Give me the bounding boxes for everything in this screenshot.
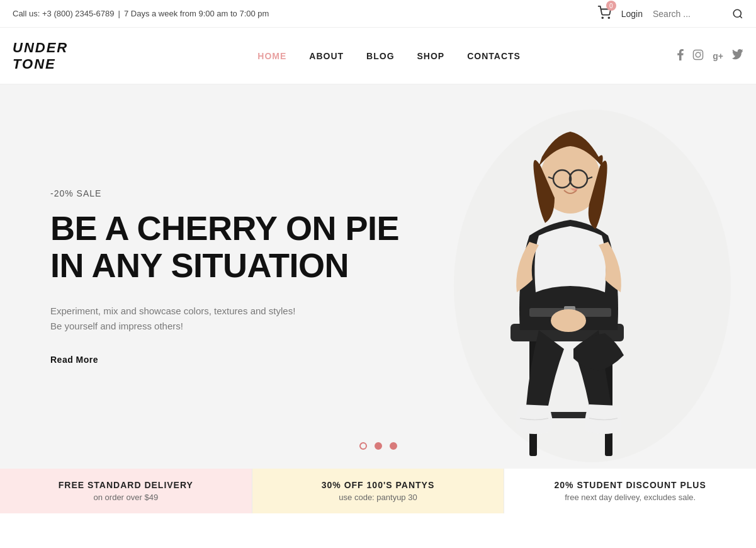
navbar: UNDERTONE HOME ABOUT BLOG SHOP CONTACTS (0, 28, 756, 84)
hero-sale-tag: -20% SALE (50, 188, 399, 198)
promo-subtitle-2: use code: pantyup 30 (265, 493, 492, 502)
nav-link-about[interactable]: ABOUT (309, 51, 344, 61)
svg-point-5 (696, 52, 701, 57)
svg-point-20 (551, 309, 586, 332)
svg-point-2 (733, 9, 741, 17)
hero-description: Experiment, mix and showcase colors, tex… (50, 303, 399, 333)
promo-subtitle-3: free next day delivey, excludes sale. (517, 493, 743, 502)
nav-links: HOME ABOUT BLOG SHOP CONTACTS (101, 50, 677, 62)
logo[interactable]: UNDERTONE (13, 40, 76, 72)
top-bar: Call us: +3 (800) 2345-6789 | 7 Days a w… (0, 0, 756, 28)
top-bar-contact: Call us: +3 (800) 2345-6789 | 7 Days a w… (13, 9, 269, 18)
nav-item-home[interactable]: HOME (257, 50, 286, 62)
instagram-icon[interactable] (692, 49, 704, 63)
dot-3[interactable] (390, 442, 397, 450)
read-more-link[interactable]: Read More (50, 354, 98, 364)
nav-link-home[interactable]: HOME (257, 51, 286, 61)
promo-subtitle-1: on order over $49 (13, 493, 239, 502)
search-icon[interactable] (732, 8, 743, 20)
promo-title-3: 20% STUDENT DISCOUNT PLUS (517, 480, 743, 490)
search-input[interactable] (653, 9, 728, 19)
twitter-icon[interactable] (732, 49, 743, 63)
promo-bar-1[interactable]: FREE STANDARD DELIVERY on order over $49 (0, 469, 252, 513)
hero-section: -20% SALE BE A CHERRY ON PIE IN ANY SITU… (0, 84, 756, 469)
promo-title-1: FREE STANDARD DELIVERY (13, 480, 239, 490)
nav-item-shop[interactable]: SHOP (417, 50, 445, 62)
login-link[interactable]: Login (621, 9, 643, 19)
promo-bars: FREE STANDARD DELIVERY on order over $49… (0, 469, 756, 513)
svg-point-6 (701, 52, 702, 53)
social-icons: g+ (677, 49, 743, 63)
separator: | (118, 9, 120, 18)
search-wrapper (653, 8, 743, 20)
svg-point-0 (602, 17, 603, 18)
nav-link-contacts[interactable]: CONTACTS (467, 51, 521, 61)
nav-item-about[interactable]: ABOUT (309, 50, 344, 62)
googleplus-icon[interactable]: g+ (713, 51, 723, 61)
cart-badge: 0 (606, 1, 616, 11)
svg-point-1 (608, 17, 609, 18)
hours-text: 7 Days a week from 9:00 am to 7:00 pm (124, 9, 269, 18)
hero-person-svg (403, 97, 731, 469)
hero-title: BE A CHERRY ON PIE IN ANY SITUATION (50, 210, 399, 285)
dot-1[interactable] (359, 442, 367, 450)
promo-bar-3[interactable]: 20% STUDENT DISCOUNT PLUS free next day … (504, 469, 756, 513)
nav-link-shop[interactable]: SHOP (417, 51, 445, 61)
top-bar-actions: 0 Login (597, 6, 743, 21)
svg-rect-4 (694, 50, 703, 59)
dot-2[interactable] (375, 442, 382, 450)
nav-link-blog[interactable]: BLOG (366, 51, 394, 61)
cart-wrapper[interactable]: 0 (597, 6, 611, 21)
promo-title-2: 30% OFF 100'S PANTYS (265, 480, 492, 490)
phone-text: Call us: +3 (800) 2345-6789 (13, 9, 115, 18)
hero-dots (359, 442, 397, 450)
promo-bar-2[interactable]: 30% OFF 100'S PANTYS use code: pantyup 3… (252, 469, 504, 513)
facebook-icon[interactable] (677, 49, 684, 63)
svg-line-3 (740, 16, 742, 18)
nav-item-contacts[interactable]: CONTACTS (467, 50, 521, 62)
hero-content: -20% SALE BE A CHERRY ON PIE IN ANY SITU… (50, 188, 399, 365)
hero-image (378, 84, 756, 469)
nav-item-blog[interactable]: BLOG (366, 50, 394, 62)
